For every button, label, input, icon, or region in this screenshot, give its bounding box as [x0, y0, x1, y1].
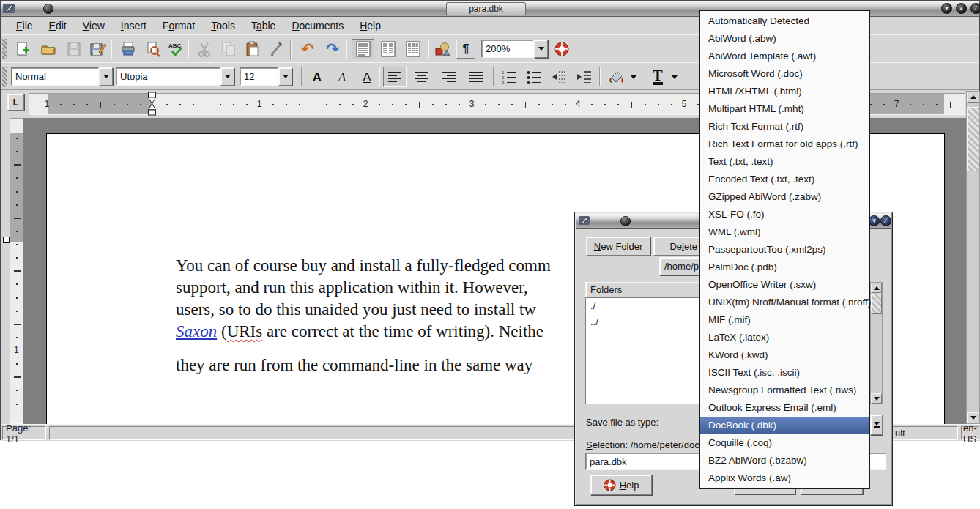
highlight-color-dropdown-arrow[interactable]	[628, 67, 639, 87]
toolbar-drag-handle[interactable]	[2, 39, 7, 59]
file-type-option[interactable]: AbiWord (.abw)	[700, 30, 869, 48]
dialog-minimize-button[interactable]: ▾	[869, 215, 880, 226]
menu-help[interactable]: Help	[352, 18, 389, 33]
zoom-dropdown-arrow[interactable]	[534, 40, 548, 58]
increase-indent-button[interactable]	[573, 67, 594, 87]
scroll-down-button[interactable]	[871, 393, 882, 404]
three-columns-button[interactable]	[401, 39, 424, 59]
style-dropdown-arrow[interactable]	[99, 67, 113, 86]
scrollbar-thumb[interactable]	[967, 107, 979, 171]
align-right-button[interactable]	[437, 67, 461, 87]
file-type-option[interactable]: MIF (.mif)	[700, 311, 869, 329]
font-dropdown-arrow[interactable]	[220, 67, 234, 86]
align-left-button[interactable]	[383, 67, 407, 87]
zoom-combobox[interactable]: 200%	[481, 40, 548, 58]
file-type-option[interactable]: WML (.wml)	[700, 223, 869, 241]
zoom-value[interactable]: 200%	[481, 40, 534, 58]
dialog-close-button[interactable]: ⁄	[880, 215, 891, 226]
file-type-option[interactable]: BZ2 AbiWord (.bzabw)	[700, 452, 869, 469]
folder-row[interactable]: ./	[586, 298, 700, 314]
file-type-option[interactable]: PalmDoc (.pdb)	[700, 259, 869, 276]
menu-format[interactable]: Format	[155, 18, 203, 33]
tab-stop-selector[interactable]: L	[7, 94, 24, 111]
file-type-option[interactable]: AbiWord Template (.awt)	[700, 48, 869, 65]
file-type-option[interactable]: DocBook (.dbk)	[700, 417, 869, 434]
file-type-option[interactable]: Rich Text Format (.rtf)	[700, 118, 869, 135]
style-combobox[interactable]: Normal	[11, 67, 113, 86]
scrollbar-thumb[interactable]	[871, 294, 882, 314]
show-formatting-marks-button[interactable]: ¶	[456, 40, 475, 59]
dialog-help-button[interactable]: Help	[590, 475, 652, 495]
file-type-option[interactable]: Applix Words (.aw)	[700, 469, 869, 487]
folders-list[interactable]: ./../	[585, 297, 701, 404]
top-margin-marker[interactable]	[3, 237, 10, 243]
italic-button[interactable]: A	[332, 67, 352, 87]
file-type-option[interactable]: Multipart HTML (.mht)	[700, 100, 869, 118]
file-type-option[interactable]: Coquille (.coq)	[700, 434, 869, 452]
file-type-option[interactable]: UNIX(tm) Nroff/Manual format (.nroff)	[700, 294, 869, 311]
font-color-button[interactable]: T	[648, 67, 667, 87]
format-painter-button[interactable]	[266, 39, 286, 59]
paste-button[interactable]	[242, 39, 263, 59]
font-combobox[interactable]: Utopia	[116, 67, 234, 86]
file-type-option[interactable]: LaTeX (.latex)	[700, 329, 869, 346]
one-column-button[interactable]	[352, 39, 374, 59]
style-value[interactable]: Normal	[11, 67, 99, 86]
font-value[interactable]: Utopia	[116, 67, 220, 86]
file-type-option[interactable]: ISCII Text (.isc, .iscii)	[700, 364, 869, 382]
numbered-list-button[interactable]: 123	[499, 67, 519, 87]
close-button[interactable]: ⁄	[970, 3, 980, 14]
decrease-indent-button[interactable]	[549, 67, 569, 87]
toolbar-drag-handle[interactable]	[2, 67, 7, 87]
minimize-button[interactable]: ▾	[941, 3, 952, 14]
menu-file[interactable]: File	[8, 18, 41, 33]
spellcheck-button[interactable]: ABC	[166, 39, 187, 59]
justify-button[interactable]	[464, 67, 488, 87]
file-type-option[interactable]: Automatically Detected	[700, 12, 869, 30]
bold-button[interactable]: A	[307, 67, 327, 87]
new-document-button[interactable]	[12, 39, 33, 59]
file-type-option[interactable]: XSL-FO (.fo)	[700, 206, 869, 223]
file-type-option[interactable]: Rich Text Format for old apps (.rtf)	[700, 135, 869, 153]
menu-documents[interactable]: Documents	[283, 18, 352, 33]
file-type-dropdown-arrow[interactable]	[870, 415, 883, 435]
highlight-color-button[interactable]	[606, 67, 628, 87]
menu-edit[interactable]: Edit	[41, 18, 75, 33]
print-preview-button[interactable]	[143, 39, 163, 59]
scroll-up-button[interactable]	[967, 92, 979, 103]
hyperlink-saxon[interactable]: Saxon	[176, 322, 217, 341]
folder-row[interactable]: ../	[586, 314, 700, 330]
scroll-up-button[interactable]	[871, 283, 882, 293]
file-type-option[interactable]: Outlook Express Email (.eml)	[700, 399, 869, 417]
underline-button[interactable]: A	[357, 67, 377, 87]
undo-button[interactable]: ↶	[297, 39, 318, 59]
open-document-button[interactable]	[38, 39, 59, 59]
font-size-value[interactable]: 12	[240, 67, 278, 86]
two-columns-button[interactable]	[376, 39, 399, 59]
menu-table[interactable]: Table	[243, 18, 283, 33]
file-type-option[interactable]: Encoded Text (.txt, .text)	[700, 171, 869, 188]
folders-column-header[interactable]: Folders	[585, 282, 701, 297]
file-type-option[interactable]: HTML/XHTML (.html)	[700, 83, 869, 100]
save-as-button[interactable]	[88, 39, 108, 59]
menu-insert[interactable]: Insert	[113, 18, 155, 33]
file-type-option[interactable]: KWord (.kwd)	[700, 346, 869, 364]
file-type-option[interactable]: PassepartoutToo (.xml2ps)	[700, 241, 869, 259]
vertical-ruler[interactable]: 1	[10, 118, 23, 424]
font-color-dropdown-arrow[interactable]	[669, 67, 680, 87]
file-type-option[interactable]: GZipped AbiWord (.zabw)	[700, 188, 869, 206]
font-size-combobox[interactable]: 12	[240, 67, 292, 86]
help-button[interactable]	[552, 39, 572, 59]
menu-view[interactable]: View	[75, 18, 113, 33]
bullet-list-button[interactable]	[524, 67, 544, 87]
menu-tools[interactable]: Tools	[203, 18, 243, 33]
font-size-dropdown-arrow[interactable]	[278, 67, 292, 86]
insert-shapes-button[interactable]	[433, 39, 453, 59]
file-type-option[interactable]: Text (.txt, .text)	[700, 153, 869, 171]
window-menu-button[interactable]	[43, 4, 53, 14]
file-type-option[interactable]: OpenOffice Writer (.sxw)	[700, 276, 869, 294]
files-list-scrollbar[interactable]	[870, 282, 883, 404]
new-folder-button[interactable]: New Folder	[586, 237, 650, 256]
redo-button[interactable]: ↷	[322, 39, 343, 59]
dialog-window-menu-button[interactable]	[620, 216, 631, 226]
